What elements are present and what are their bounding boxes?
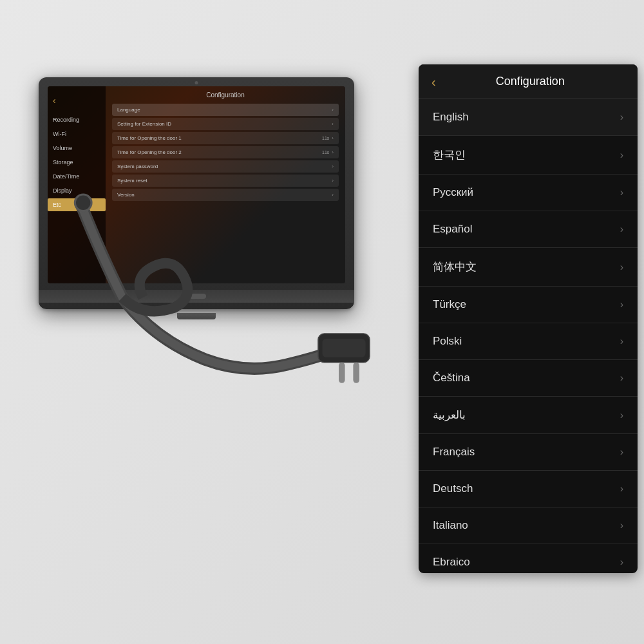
lang-item-بالعربية[interactable]: بالعربية › (419, 397, 638, 434)
lang-chevron-icon: › (620, 187, 623, 198)
lang-chevron-icon: › (620, 446, 623, 458)
phone-back-button[interactable]: ‹ (431, 75, 436, 88)
lang-name: Polski (433, 335, 462, 348)
phone-title: Configuration (449, 75, 612, 88)
lang-item-français[interactable]: Français › (419, 434, 638, 471)
screen-back-button[interactable]: ‹ (48, 93, 106, 108)
lang-chevron-icon: › (620, 410, 623, 421)
power-cable (19, 116, 380, 489)
phone-header: ‹ Configuration (419, 64, 638, 99)
phone-panel: ‹ Configuration English › 한국인 › Русский … (419, 64, 638, 573)
svg-rect-9 (353, 363, 359, 383)
config-language[interactable]: Language › (112, 104, 339, 116)
lang-chevron-icon: › (620, 111, 623, 123)
lang-item-türkçe[interactable]: Türkçe › (419, 287, 638, 323)
lang-name: Deutsch (433, 482, 473, 495)
lang-name: Türkçe (433, 298, 466, 311)
lang-name: بالعربية (433, 408, 466, 422)
lang-chevron-icon: › (620, 149, 623, 161)
lang-chevron-icon: › (620, 556, 623, 568)
lang-name: 简体中文 (433, 260, 477, 274)
lang-chevron-icon: › (620, 299, 623, 310)
lang-chevron-icon: › (620, 336, 623, 347)
lang-name: Italiano (433, 519, 468, 532)
svg-point-11 (75, 194, 91, 211)
lang-name: Español (433, 223, 472, 236)
lang-item-한국인[interactable]: 한국인 › (419, 136, 638, 175)
lang-chevron-icon: › (620, 261, 623, 273)
lang-item-italiano[interactable]: Italiano › (419, 507, 638, 544)
lang-name: Français (433, 446, 475, 459)
lang-item-русский[interactable]: Русский › (419, 175, 638, 211)
svg-rect-10 (322, 339, 365, 357)
lang-item-简体中文[interactable]: 简体中文 › (419, 248, 638, 287)
lang-name: English (433, 111, 469, 124)
svg-rect-8 (339, 363, 345, 383)
lang-item-polski[interactable]: Polski › (419, 323, 638, 360)
camera-dot (195, 81, 198, 84)
screen-config-title: Configuration (112, 91, 339, 99)
device-container: ‹ Recording Wi-Fi Volume Storage (19, 77, 380, 451)
lang-name: Русский (433, 186, 473, 199)
lang-chevron-icon: › (620, 223, 623, 235)
lang-item-ebraico[interactable]: Ebraico › (419, 544, 638, 573)
lang-name: Čeština (433, 372, 470, 384)
lang-chevron-icon: › (620, 483, 623, 495)
lang-item-deutsch[interactable]: Deutsch › (419, 471, 638, 507)
language-list: English › 한국인 › Русский › Español › 简体中文… (419, 99, 638, 573)
lang-name: 한국인 (433, 147, 466, 162)
lang-chevron-icon: › (620, 520, 623, 531)
lang-chevron-icon: › (620, 372, 623, 384)
lang-item-čeština[interactable]: Čeština › (419, 360, 638, 397)
lang-name: Ebraico (433, 556, 470, 569)
lang-item-english[interactable]: English › (419, 99, 638, 136)
lang-item-español[interactable]: Español › (419, 211, 638, 248)
